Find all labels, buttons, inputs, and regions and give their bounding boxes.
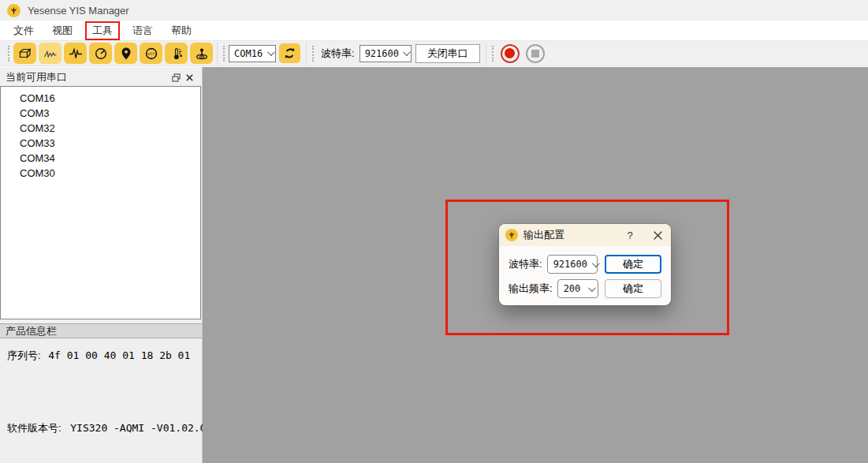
com-port-select[interactable]: COM16 xyxy=(229,45,276,62)
chevron-down-icon xyxy=(588,284,596,292)
baud-rate-select[interactable]: 921600 xyxy=(359,45,412,62)
menu-help[interactable]: 帮助 xyxy=(166,21,197,40)
ports-panel-header: 当前可用串口 xyxy=(0,69,202,85)
software-version-row: 软件版本号: YIS320 -AQMI -V01.02.03; xyxy=(7,421,218,435)
port-list: COM16 COM3 COM32 COM33 COM34 COM30 xyxy=(0,86,201,319)
joystick-button[interactable] xyxy=(190,43,213,64)
cube-3d-button[interactable] xyxy=(13,43,36,64)
menu-language[interactable]: 语言 xyxy=(127,21,158,40)
joystick-icon xyxy=(194,47,210,61)
window-titlebar: Yesense YIS Manager xyxy=(0,0,868,21)
refresh-ports-button[interactable] xyxy=(279,43,300,63)
close-serial-button[interactable]: 关闭串口 xyxy=(415,44,480,63)
waveform-pulse-icon xyxy=(68,47,84,61)
chevron-down-icon xyxy=(592,260,600,267)
serial-number-row: 序列号: 4f 01 00 40 01 18 2b 01 xyxy=(7,349,190,363)
left-dock: 当前可用串口 COM16 COM3 COM32 COM33 COM34 COM3… xyxy=(0,67,203,463)
gauge-button[interactable] xyxy=(89,43,112,64)
toolbar-separator xyxy=(486,43,486,65)
toolbar-grip[interactable] xyxy=(8,46,9,62)
waveform-curve-button[interactable] xyxy=(39,43,61,64)
info-panel-header: 产品信息栏 xyxy=(0,323,202,338)
serial-number-value: 4f 01 00 40 01 18 2b 01 xyxy=(48,349,190,361)
dialog-rate-label: 输出频率: xyxy=(509,282,553,296)
record-icon xyxy=(505,48,515,58)
close-panel-button[interactable] xyxy=(183,71,196,84)
port-list-item[interactable]: COM33 xyxy=(1,136,200,151)
stop-button[interactable] xyxy=(526,44,545,63)
thermometer-icon xyxy=(169,47,184,61)
dialog-rate-ok-button[interactable]: 确定 xyxy=(605,279,661,298)
main-toolbar: UTC COM16 波特率: 921600 关闭串口 xyxy=(0,41,868,66)
utc-clock-button[interactable]: UTC xyxy=(140,43,162,64)
refresh-icon xyxy=(283,47,296,60)
dialog-baud-ok-button[interactable]: 确定 xyxy=(605,255,661,274)
record-button[interactable] xyxy=(501,44,520,63)
software-version-value: YIS320 -AQMI -V01.02.03; xyxy=(70,422,218,434)
toolbar-separator xyxy=(306,43,307,65)
cube-3d-icon xyxy=(17,47,33,61)
menu-tools[interactable]: 工具 xyxy=(85,21,120,40)
location-pin-button[interactable] xyxy=(114,43,137,64)
utc-clock-icon: UTC xyxy=(143,47,159,61)
dialog-rate-value: 200 xyxy=(564,283,583,294)
dialog-baud-select[interactable]: 921600 xyxy=(547,255,598,274)
chevron-down-icon xyxy=(403,48,411,56)
thermometer-button[interactable] xyxy=(165,43,188,64)
serial-number-label: 序列号: xyxy=(7,349,41,361)
float-panel-icon xyxy=(172,73,181,82)
gauge-icon xyxy=(93,47,109,61)
toolbar-grip[interactable] xyxy=(492,46,494,62)
output-config-dialog: 输出配置 ? 波特率: 921600 确定 输出频率: xyxy=(499,224,671,305)
output-rate-row: 输出频率: 200 确定 xyxy=(509,279,661,298)
info-panel-body: 序列号: 4f 01 00 40 01 18 2b 01 软件版本号: YIS3… xyxy=(0,338,202,463)
workspace: 输出配置 ? 波特率: 921600 确定 输出频率: xyxy=(203,67,868,463)
toolbar-grip[interactable] xyxy=(312,46,314,62)
port-list-item[interactable]: COM32 xyxy=(1,121,200,136)
baud-rate-row: 波特率: 921600 确定 xyxy=(509,255,661,274)
menu-bar: 文件 视图 工具 语言 帮助 xyxy=(0,21,868,41)
dialog-close-button[interactable] xyxy=(653,230,663,241)
waveform-pulse-button[interactable] xyxy=(64,43,87,64)
stop-icon xyxy=(531,50,539,58)
menu-view[interactable]: 视图 xyxy=(47,21,78,40)
info-panel-title: 产品信息栏 xyxy=(6,324,57,338)
location-pin-icon xyxy=(118,47,134,61)
dialog-body: 波特率: 921600 确定 输出频率: 200 确定 xyxy=(499,246,671,298)
close-icon xyxy=(185,73,194,82)
app-body: 当前可用串口 COM16 COM3 COM32 COM33 COM34 COM3… xyxy=(0,67,868,463)
dialog-baud-value: 921600 xyxy=(553,259,587,270)
menu-file[interactable]: 文件 xyxy=(8,21,39,40)
svg-text:UTC: UTC xyxy=(147,51,155,55)
dialog-help-button[interactable]: ? xyxy=(624,230,636,241)
toolbar-grip[interactable] xyxy=(223,46,225,62)
dialog-title: 输出配置 xyxy=(523,228,618,242)
app-logo-icon xyxy=(7,4,20,17)
dialog-logo-icon xyxy=(505,229,518,241)
chevron-down-icon xyxy=(267,48,275,56)
waveform-curve-icon xyxy=(43,47,58,61)
float-panel-button[interactable] xyxy=(170,71,183,84)
com-port-value: COM16 xyxy=(234,48,263,59)
software-version-label: 软件版本号: xyxy=(7,422,61,434)
toolbar-separator xyxy=(217,43,218,65)
port-list-item[interactable]: COM34 xyxy=(1,151,200,166)
baud-rate-label: 波特率: xyxy=(321,47,355,61)
baud-rate-value: 921600 xyxy=(365,48,399,59)
port-list-item[interactable]: COM30 xyxy=(1,166,200,181)
dialog-baud-label: 波特率: xyxy=(509,257,542,271)
close-icon xyxy=(653,230,663,241)
window-title: Yesense YIS Manager xyxy=(28,5,129,17)
port-list-item[interactable]: COM16 xyxy=(1,91,200,106)
port-list-item[interactable]: COM3 xyxy=(1,106,200,121)
dialog-rate-select[interactable]: 200 xyxy=(557,279,598,298)
dialog-titlebar: 输出配置 ? xyxy=(499,224,671,246)
ports-panel-title: 当前可用串口 xyxy=(6,70,67,84)
